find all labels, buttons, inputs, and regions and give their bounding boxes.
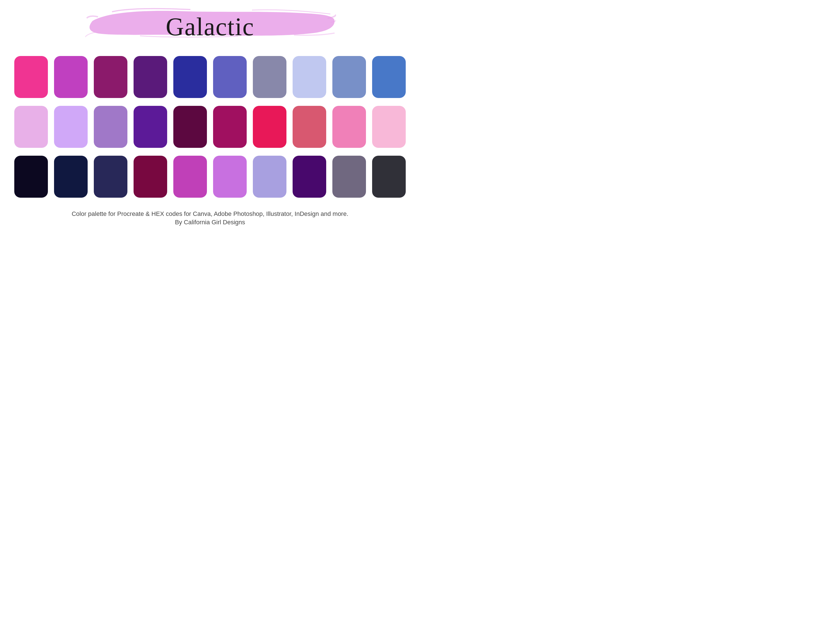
swatch-r1-c1 bbox=[14, 56, 48, 98]
swatch-r3-c5 bbox=[173, 156, 207, 198]
swatch-r3-c3 bbox=[94, 156, 127, 198]
footer-line2: By California Girl Designs bbox=[72, 219, 348, 226]
swatch-r3-c2 bbox=[54, 156, 88, 198]
swatch-row-2 bbox=[14, 106, 406, 148]
page-title: Galactic bbox=[166, 12, 254, 41]
swatch-r1-c10 bbox=[372, 56, 406, 98]
swatch-r2-c2 bbox=[54, 106, 88, 148]
swatch-r3-c7 bbox=[253, 156, 286, 198]
swatch-row-3 bbox=[14, 156, 406, 198]
swatch-r1-c6 bbox=[213, 56, 247, 98]
footer-line1: Color palette for Procreate & HEX codes … bbox=[72, 210, 348, 218]
swatch-r1-c7 bbox=[253, 56, 286, 98]
page: Galactic Color palette for Procreate & H… bbox=[0, 0, 420, 315]
swatch-r2-c3 bbox=[94, 106, 127, 148]
swatch-r2-c4 bbox=[134, 106, 167, 148]
header-brush: Galactic bbox=[84, 6, 336, 45]
swatch-r1-c3 bbox=[94, 56, 127, 98]
swatch-r3-c10 bbox=[372, 156, 406, 198]
swatch-r2-c7 bbox=[253, 106, 286, 148]
swatch-r1-c4 bbox=[134, 56, 167, 98]
swatch-row-1 bbox=[14, 56, 406, 98]
swatch-r1-c2 bbox=[54, 56, 88, 98]
swatch-r1-c5 bbox=[173, 56, 207, 98]
swatch-r1-c8 bbox=[293, 56, 326, 98]
swatch-r3-c6 bbox=[213, 156, 247, 198]
swatch-r3-c4 bbox=[134, 156, 167, 198]
swatches-container bbox=[14, 56, 406, 198]
swatch-r2-c9 bbox=[332, 106, 366, 148]
swatch-r3-c9 bbox=[332, 156, 366, 198]
footer: Color palette for Procreate & HEX codes … bbox=[72, 210, 348, 226]
swatch-r2-c10 bbox=[372, 106, 406, 148]
swatch-r2-c5 bbox=[173, 106, 207, 148]
swatch-r3-c8 bbox=[293, 156, 326, 198]
swatch-r2-c8 bbox=[293, 106, 326, 148]
swatch-r3-c1 bbox=[14, 156, 48, 198]
swatch-r2-c6 bbox=[213, 106, 247, 148]
swatch-r2-c1 bbox=[14, 106, 48, 148]
swatch-r1-c9 bbox=[332, 56, 366, 98]
